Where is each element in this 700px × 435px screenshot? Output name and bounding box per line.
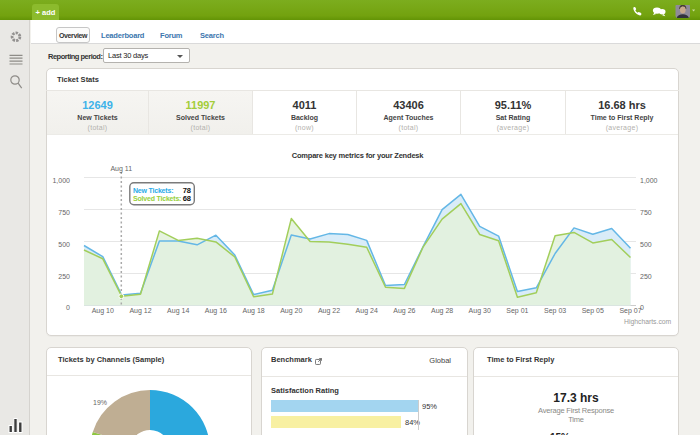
svg-text:500: 500 [640, 241, 652, 248]
svg-text:Aug 24: Aug 24 [356, 307, 378, 315]
svg-text:Aug 28: Aug 28 [431, 307, 453, 315]
svg-text:1,000: 1,000 [640, 177, 658, 184]
svg-text:Aug 26: Aug 26 [393, 307, 415, 315]
svg-text:250: 250 [58, 273, 70, 280]
svg-text:Sep 07: Sep 07 [619, 307, 641, 315]
svg-text:Sep 01: Sep 01 [506, 307, 528, 315]
svg-text:750: 750 [58, 209, 70, 216]
svg-text:New Tickets:: New Tickets: [133, 187, 173, 194]
svg-text:Aug 12: Aug 12 [129, 307, 151, 315]
svg-text:Aug 16: Aug 16 [205, 307, 227, 315]
svg-text:500: 500 [58, 241, 70, 248]
svg-text:250: 250 [640, 273, 652, 280]
svg-text:Sep 05: Sep 05 [582, 307, 604, 315]
svg-text:Solved Tickets:: Solved Tickets: [133, 195, 181, 202]
svg-text:1,000: 1,000 [52, 177, 70, 184]
svg-text:Aug 11: Aug 11 [110, 165, 132, 173]
svg-text:Aug 30: Aug 30 [469, 307, 491, 315]
svg-text:Highcharts.com: Highcharts.com [624, 318, 672, 326]
svg-text:Aug 10: Aug 10 [92, 307, 114, 315]
svg-text:Compare key metrics for your Z: Compare key metrics for your Zendesk [292, 151, 425, 160]
svg-text:68: 68 [183, 194, 191, 203]
svg-text:Aug 22: Aug 22 [318, 307, 340, 315]
svg-text:Sep 03: Sep 03 [544, 307, 566, 315]
svg-text:Aug 14: Aug 14 [167, 307, 189, 315]
svg-text:0: 0 [66, 304, 70, 311]
svg-text:Aug 18: Aug 18 [243, 307, 265, 315]
svg-text:750: 750 [640, 209, 652, 216]
svg-text:Aug 20: Aug 20 [280, 307, 302, 315]
